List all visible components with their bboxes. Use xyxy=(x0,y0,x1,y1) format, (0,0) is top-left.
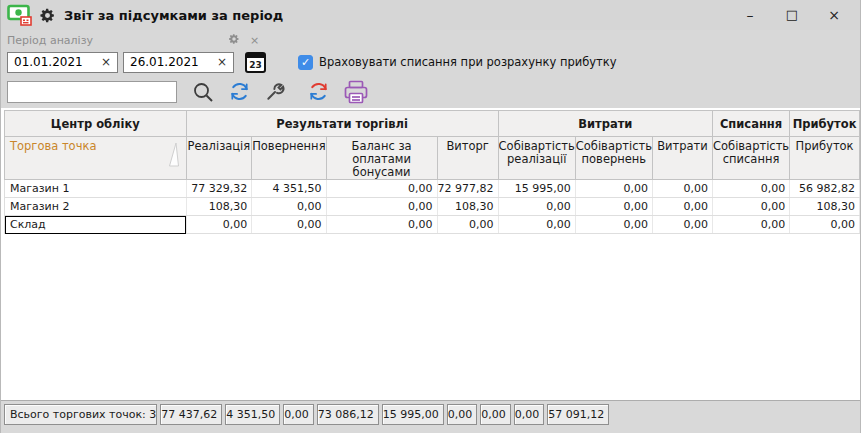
title-bar: Звіт за підсумками за період – □ × xyxy=(1,0,860,30)
row-value-cell[interactable]: 0,00 xyxy=(326,180,437,198)
row-value-cell[interactable]: 0,00 xyxy=(712,216,789,234)
period-panel: Період аналізу × 01.01.2021 × 26.01.2021… xyxy=(1,30,860,75)
minimize-button[interactable]: – xyxy=(736,1,764,29)
period-panel-label: Період аналізу xyxy=(7,34,93,47)
table-row[interactable]: Магазин 2108,300,000,00108,300,000,000,0… xyxy=(5,198,860,216)
row-value-cell[interactable]: 108,30 xyxy=(186,198,252,216)
report-table-area: Центр обліку Результати торгівлі Витрати… xyxy=(1,108,860,400)
totals-strip: Всього торгових точок: 377 437,624 351,5… xyxy=(1,400,860,433)
column-header-trade-point[interactable]: Торгова точка xyxy=(5,137,187,180)
writeoff-checkbox-label: Враховувати списання при розрахунку приб… xyxy=(319,55,617,69)
search-input[interactable] xyxy=(7,81,177,103)
totals-value: 73 086,12 xyxy=(317,404,379,425)
totals-value: 57 091,12 xyxy=(547,404,609,425)
row-value-cell[interactable]: 0,00 xyxy=(712,180,789,198)
column-header[interactable]: Баланс за оплатами бонусами xyxy=(326,137,437,180)
group-header-profit: Прибуток xyxy=(790,111,860,137)
group-header-row: Центр обліку Результати торгівлі Витрати… xyxy=(5,111,860,137)
calendar-icon[interactable]: 23 xyxy=(245,52,266,73)
row-value-cell[interactable]: 4 351,50 xyxy=(252,180,326,198)
row-value-cell[interactable]: 0,00 xyxy=(575,180,652,198)
group-header-trade-results: Результати торгівлі xyxy=(186,111,498,137)
row-value-cell[interactable]: 56 982,82 xyxy=(790,180,860,198)
column-header[interactable]: Собівартість повернень xyxy=(575,137,652,180)
cash-register-icon xyxy=(7,4,33,26)
panel-gear-icon[interactable] xyxy=(228,33,240,48)
maximize-button[interactable]: □ xyxy=(778,1,806,29)
wrench-settings-icon[interactable] xyxy=(264,80,287,103)
totals-value: 15 995,00 xyxy=(382,404,444,425)
column-header[interactable]: Витрати xyxy=(652,137,712,180)
window-title: Звіт за підсумками за період xyxy=(64,8,283,23)
print-icon[interactable] xyxy=(343,80,369,104)
date-from-value: 01.01.2021 xyxy=(14,55,99,69)
panel-close-icon[interactable]: × xyxy=(250,34,259,47)
column-header[interactable]: Реалізація xyxy=(186,137,252,180)
row-value-cell[interactable]: 0,00 xyxy=(652,198,712,216)
row-value-cell[interactable]: 0,00 xyxy=(252,198,326,216)
reload-icon[interactable] xyxy=(307,80,330,103)
row-value-cell[interactable]: 0,00 xyxy=(326,198,437,216)
row-value-cell[interactable]: 72 977,82 xyxy=(437,180,498,198)
clear-x-icon[interactable]: × xyxy=(215,55,229,69)
totals-label: Всього торгових точок: 3 xyxy=(4,404,157,425)
row-value-cell[interactable]: 108,30 xyxy=(790,198,860,216)
group-header-expenses: Витрати xyxy=(498,111,712,137)
row-name-cell[interactable]: Магазин 2 xyxy=(5,198,187,216)
sort-ascending-triangle-icon xyxy=(167,141,180,171)
app-window: Звіт за підсумками за період – □ × Періо… xyxy=(0,0,861,433)
table-row[interactable]: Магазин 177 329,324 351,500,0072 977,821… xyxy=(5,180,860,198)
writeoff-checkbox[interactable]: ✓ xyxy=(298,55,313,70)
totals-value: 4 351,50 xyxy=(225,404,280,425)
date-to-field[interactable]: 26.01.2021 × xyxy=(123,52,234,73)
row-value-cell[interactable]: 0,00 xyxy=(790,216,860,234)
date-from-field[interactable]: 01.01.2021 × xyxy=(7,52,118,73)
column-header[interactable]: Собівартість реалізації xyxy=(498,137,575,180)
refresh-icon[interactable] xyxy=(228,80,251,103)
column-header-row: Торгова точка Реалізація Повернення Бала… xyxy=(5,137,860,180)
row-value-cell[interactable]: 15 995,00 xyxy=(498,180,575,198)
date-to-value: 26.01.2021 xyxy=(130,55,215,69)
row-value-cell[interactable]: 0,00 xyxy=(437,216,498,234)
row-value-cell[interactable]: 0,00 xyxy=(652,180,712,198)
row-name-cell[interactable]: Магазин 1 xyxy=(5,180,187,198)
row-value-cell[interactable]: 77 329,32 xyxy=(186,180,252,198)
clear-x-icon[interactable]: × xyxy=(99,55,113,69)
column-header[interactable]: Собівартість списання xyxy=(712,137,789,180)
table-body: Магазин 177 329,324 351,500,0072 977,821… xyxy=(5,180,860,234)
row-value-cell[interactable]: 0,00 xyxy=(575,216,652,234)
row-name-cell[interactable]: Склад xyxy=(5,216,187,234)
totals-value: 0,00 xyxy=(447,404,478,425)
search-icon[interactable] xyxy=(191,80,215,104)
row-value-cell[interactable]: 0,00 xyxy=(186,216,252,234)
report-table: Центр обліку Результати торгівлі Витрати… xyxy=(4,110,860,234)
row-value-cell[interactable]: 108,30 xyxy=(437,198,498,216)
close-button[interactable]: × xyxy=(820,1,848,29)
totals-value: 77 437,62 xyxy=(160,404,222,425)
row-value-cell[interactable]: 0,00 xyxy=(498,216,575,234)
toolbar xyxy=(1,75,860,108)
row-value-cell[interactable]: 0,00 xyxy=(575,198,652,216)
totals-value: 0,00 xyxy=(283,404,314,425)
row-value-cell[interactable]: 0,00 xyxy=(498,198,575,216)
row-value-cell[interactable]: 0,00 xyxy=(252,216,326,234)
row-value-cell[interactable]: 0,00 xyxy=(652,216,712,234)
totals-value: 0,00 xyxy=(480,404,511,425)
column-header[interactable]: Виторг xyxy=(437,137,498,180)
column-header[interactable]: Прибуток xyxy=(790,137,860,180)
group-header-center: Центр обліку xyxy=(5,111,187,137)
group-header-writeoff: Списання xyxy=(712,111,789,137)
column-header[interactable]: Повернення xyxy=(252,137,326,180)
row-value-cell[interactable]: 0,00 xyxy=(712,198,789,216)
gear-icon xyxy=(39,7,56,24)
row-value-cell[interactable]: 0,00 xyxy=(326,216,437,234)
totals-row: Всього торгових точок: 377 437,624 351,5… xyxy=(4,404,612,425)
table-row[interactable]: Склад0,000,000,000,000,000,000,000,000,0… xyxy=(5,216,860,234)
totals-value: 0,00 xyxy=(514,404,545,425)
